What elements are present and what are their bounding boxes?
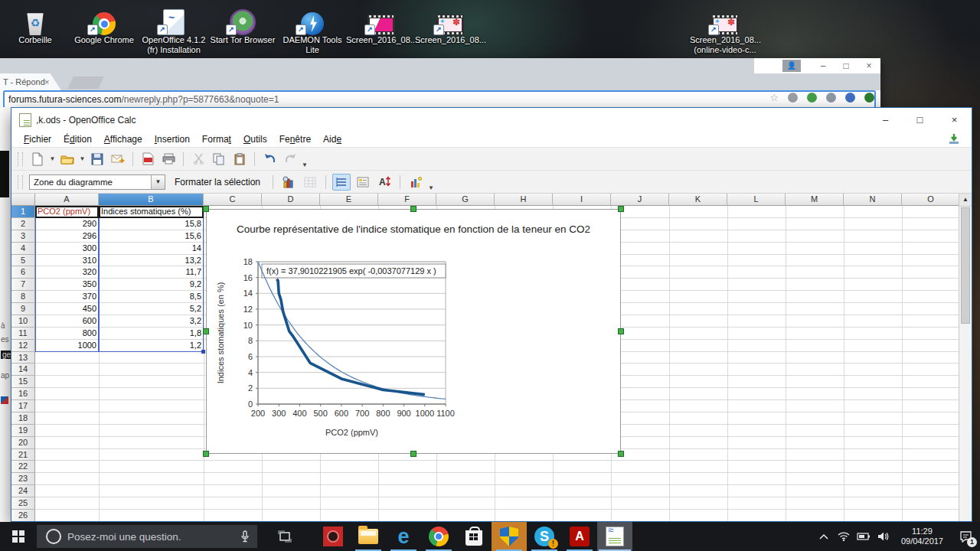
column-header-J[interactable]: J <box>611 194 669 206</box>
menu-format[interactable]: Format <box>196 132 237 146</box>
export-pdf-button[interactable] <box>139 151 157 168</box>
paste-button[interactable] <box>230 151 249 168</box>
column-header-O[interactable]: O <box>902 194 960 206</box>
scale-text-button[interactable]: A <box>375 174 394 191</box>
column-header-G[interactable]: G <box>436 194 495 206</box>
cell-B10[interactable]: 3,2 <box>99 315 204 328</box>
vertical-scrollbar[interactable]: ▲ <box>959 194 972 521</box>
row-header-11[interactable]: 11 <box>11 328 35 340</box>
row-header-15[interactable]: 15 <box>11 376 35 388</box>
menu-fenêtre[interactable]: Fenêtre <box>273 132 317 146</box>
cell-A8[interactable]: 370 <box>35 291 99 303</box>
embedded-chart-object[interactable]: Courbe représentative de l'indice stomat… <box>206 209 621 454</box>
desktop-icon-recycle[interactable]: Corbeille <box>0 5 70 45</box>
chrome-tab-close-icon[interactable]: × <box>44 77 49 86</box>
cell-B1[interactable]: Indices stomatiques (%) <box>99 206 204 218</box>
save-button[interactable] <box>88 151 106 168</box>
email-document-button[interactable] <box>109 151 127 168</box>
desktop-icon-tor[interactable]: ↗Start Tor Browser <box>207 5 278 45</box>
scroll-up-icon[interactable]: ▲ <box>959 194 972 207</box>
column-header-L[interactable]: L <box>727 194 786 206</box>
cell-A7[interactable]: 350 <box>35 279 99 291</box>
cell-B8[interactable]: 8,5 <box>99 291 204 303</box>
toolbar-grip[interactable] <box>18 152 23 166</box>
selection-handle[interactable] <box>203 206 209 212</box>
selection-handle[interactable] <box>203 451 209 457</box>
column-header-H[interactable]: H <box>495 194 553 206</box>
column-header-A[interactable]: A <box>35 194 99 206</box>
extension-icon-2[interactable] <box>807 93 817 103</box>
chrome-new-tab-button[interactable] <box>67 77 103 89</box>
column-header-B[interactable]: B <box>99 194 204 206</box>
cell-B4[interactable]: 14 <box>99 243 204 255</box>
row-header-16[interactable]: 16 <box>11 388 35 400</box>
menu-insertion[interactable]: Insertion <box>149 132 196 146</box>
chrome-maximize-button[interactable]: □ <box>835 58 858 73</box>
taskbar-app-red-app[interactable] <box>315 522 351 551</box>
row-header-7[interactable]: 7 <box>11 279 35 291</box>
legend-toggle-button[interactable] <box>354 174 372 191</box>
taskbar-app-defender[interactable] <box>492 522 527 551</box>
selection-handle[interactable] <box>410 206 416 212</box>
action-center-button[interactable]: 1 <box>951 522 980 551</box>
calc-close-button[interactable]: × <box>937 108 972 132</box>
task-view-button[interactable] <box>270 522 300 551</box>
chrome-minimize-button[interactable]: – <box>812 58 835 73</box>
desktop-icon-film2[interactable]: ↗Screen_2016_08... <box>415 5 485 45</box>
row-header-2[interactable]: 2 <box>11 218 35 230</box>
row-header-5[interactable]: 5 <box>11 255 35 267</box>
undo-button[interactable] <box>260 151 279 168</box>
cell-B3[interactable]: 15,6 <box>99 230 204 243</box>
row-header-22[interactable]: 22 <box>11 461 35 473</box>
automatic-layout-button[interactable] <box>407 174 425 191</box>
menu-affichage[interactable]: Affichage <box>98 132 149 146</box>
row-header-21[interactable]: 21 <box>11 449 35 461</box>
new-document-button[interactable] <box>28 151 47 168</box>
chrome-profile-icon[interactable]: 👤 <box>782 60 801 72</box>
cell-B9[interactable]: 5,2 <box>99 303 204 315</box>
column-header-I[interactable]: I <box>553 194 611 206</box>
chart-type-button[interactable] <box>279 174 298 191</box>
row-header-1[interactable]: 1 <box>11 206 35 218</box>
microphone-icon[interactable] <box>240 530 250 543</box>
row-header-8[interactable]: 8 <box>11 291 35 303</box>
format-selection-button[interactable]: Formater la sélection <box>168 174 266 190</box>
chrome-omnibox[interactable]: forums.futura-sciences.com/newreply.php?… <box>3 90 876 109</box>
selection-handle[interactable] <box>618 328 624 334</box>
start-button[interactable] <box>0 522 37 551</box>
clock[interactable]: 11:29 09/04/2017 <box>893 527 951 546</box>
cortana-search-box[interactable]: Posez-moi une question. <box>37 525 257 548</box>
cell-B2[interactable]: 15,8 <box>99 218 204 230</box>
cell-A4[interactable]: 300 <box>35 243 99 255</box>
wifi-icon[interactable] <box>834 532 854 541</box>
column-header-N[interactable]: N <box>844 194 902 206</box>
selection-handle[interactable] <box>618 451 624 457</box>
selection-handle[interactable] <box>618 206 624 212</box>
row-header-3[interactable]: 3 <box>11 230 35 243</box>
selection-handle[interactable] <box>203 328 209 334</box>
copy-button[interactable] <box>210 151 228 168</box>
cell-A2[interactable]: 290 <box>35 218 99 230</box>
cell-A6[interactable]: 320 <box>35 266 99 279</box>
extension-icon-5[interactable] <box>864 93 874 103</box>
column-header-E[interactable]: E <box>320 194 378 206</box>
row-header-19[interactable]: 19 <box>11 425 35 437</box>
menu-outils[interactable]: Outils <box>237 132 273 146</box>
toolbar-overflow-button[interactable]: ▼ <box>428 184 434 193</box>
cell-A11[interactable]: 800 <box>35 328 99 340</box>
extension-icon-1[interactable] <box>788 93 798 103</box>
desktop-icon-chrome[interactable]: ↗Google Chrome <box>69 5 139 45</box>
cell-A10[interactable]: 600 <box>35 315 99 328</box>
taskbar-app-acrobat[interactable]: A <box>562 522 597 551</box>
desktop-icon-film2[interactable]: ↗Screen_2016_08...(online-video-c... <box>690 5 760 55</box>
column-header-K[interactable]: K <box>669 194 727 206</box>
taskbar-app-explorer[interactable] <box>351 522 386 551</box>
menu-édition[interactable]: Édition <box>57 132 98 146</box>
cell-B12[interactable]: 1,2 <box>99 340 204 352</box>
horizontal-grids-button[interactable] <box>332 174 351 191</box>
row-header-24[interactable]: 24 <box>11 485 35 497</box>
bookmark-star-icon[interactable]: ☆ <box>769 92 779 103</box>
row-header-9[interactable]: 9 <box>11 303 35 315</box>
cell-A5[interactable]: 310 <box>35 255 99 267</box>
cell-B7[interactable]: 9,2 <box>99 279 204 291</box>
